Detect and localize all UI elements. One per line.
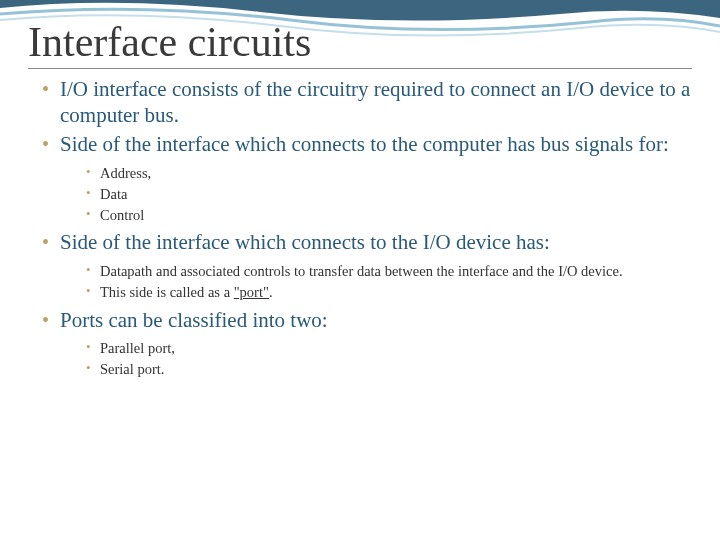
port-term: "port" xyxy=(234,284,269,300)
slide-content: Interface circuits I/O interface consist… xyxy=(0,0,720,379)
sub-bullet-item: Parallel port, xyxy=(86,339,692,358)
sub-bullet-item: Datapath and associated controls to tran… xyxy=(86,262,692,281)
sub-bullet-item: Address, xyxy=(86,164,692,183)
bullet-text: Ports can be classified into two: xyxy=(60,308,328,332)
bullet-text: Side of the interface which connects to … xyxy=(60,132,669,156)
sub-bullet-item: Serial port. xyxy=(86,360,692,379)
sub-bullet-text-pre: This side is called as a xyxy=(100,284,234,300)
sub-bullet-list: Parallel port, Serial port. xyxy=(60,339,692,379)
bullet-item: Side of the interface which connects to … xyxy=(42,132,692,224)
bullet-item: Ports can be classified into two: Parall… xyxy=(42,308,692,379)
bullet-text: Side of the interface which connects to … xyxy=(60,230,550,254)
sub-bullet-item: This side is called as a "port". xyxy=(86,283,692,302)
sub-bullet-item: Control xyxy=(86,206,692,225)
bullet-item: Side of the interface which connects to … xyxy=(42,230,692,301)
sub-bullet-item: Data xyxy=(86,185,692,204)
bullet-item: I/O interface consists of the circuitry … xyxy=(42,77,692,128)
sub-bullet-list: Datapath and associated controls to tran… xyxy=(60,262,692,302)
sub-bullet-text-post: . xyxy=(269,284,273,300)
main-bullet-list: I/O interface consists of the circuitry … xyxy=(28,77,692,379)
slide-title: Interface circuits xyxy=(28,18,692,69)
sub-bullet-list: Address, Data Control xyxy=(60,164,692,225)
